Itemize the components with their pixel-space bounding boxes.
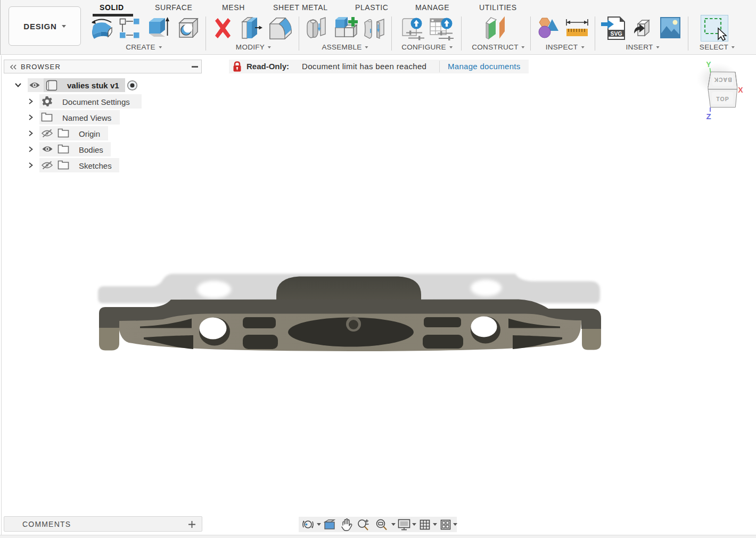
svg-text:X: X — [738, 86, 743, 94]
svg-text:SVG: SVG — [610, 30, 622, 37]
svg-text:Y: Y — [706, 60, 711, 69]
svg-text:BACK: BACK — [713, 77, 732, 83]
svg-text:TOP: TOP — [716, 96, 729, 102]
svg-text:Z: Z — [706, 112, 711, 121]
